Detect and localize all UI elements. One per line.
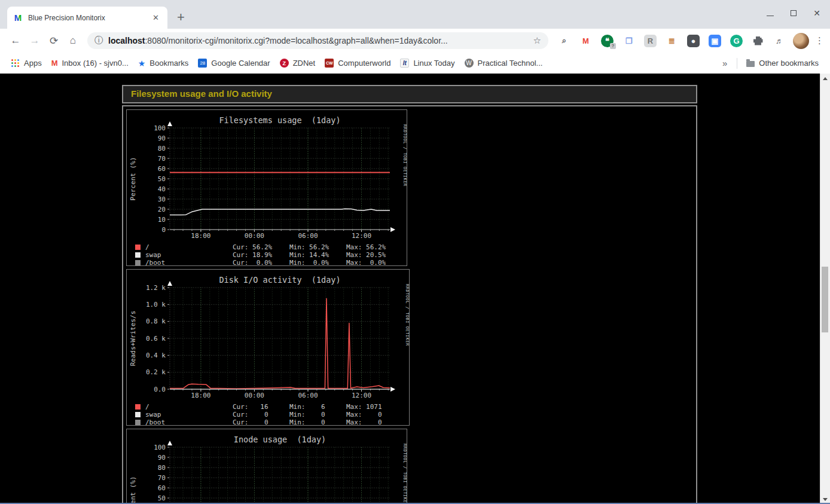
svg-text:18:00: 18:00 — [191, 232, 210, 240]
computerworld-icon: CW — [325, 59, 334, 68]
bookmark-practical-technol[interactable]: WPractical Technol... — [460, 57, 547, 69]
browser-window: M Blue Precision Monitorix ✕ + ✕ ← → ⟳ ⌂… — [0, 0, 830, 504]
star-icon: ★ — [138, 59, 146, 68]
svg-text:12:00: 12:00 — [352, 392, 371, 399]
svg-text:90: 90 — [158, 135, 166, 142]
legend-value: Min: 6 — [289, 403, 346, 411]
y-axis-label: Percent (%) — [129, 157, 137, 201]
bookmark-apps[interactable]: Apps — [7, 57, 46, 69]
bookmark-computerworld[interactable]: CWComputerworld — [321, 57, 395, 69]
svg-text:06:00: 06:00 — [298, 232, 318, 240]
close-button[interactable]: ✕ — [813, 10, 820, 17]
svg-text:50: 50 — [158, 494, 166, 502]
legend-value: Min: 14.4% — [289, 251, 346, 259]
svg-text:06:00: 06:00 — [298, 392, 318, 399]
home-button[interactable]: ⌂ — [63, 35, 83, 47]
y-axis-arrow — [167, 121, 172, 126]
legend-swatch — [135, 245, 141, 250]
extensions-row: ⌕M❝❐R≣●▣G♬ — [553, 35, 791, 47]
bookmark-inbox-16-sjvn0[interactable]: MInbox (16) - sjvn0... — [47, 57, 133, 69]
browser-menu-icon[interactable]: ⋮ — [815, 35, 824, 46]
window-controls: ✕ — [767, 10, 820, 17]
forward-button[interactable]: → — [25, 35, 44, 47]
address-bar[interactable]: ⓘ localhost:8080/monitorix-cgi/monitorix… — [87, 32, 548, 49]
playlist-music-icon[interactable]: ♬ — [773, 35, 786, 47]
section-filesystem: Filesystem usage and I/O activity 100908… — [122, 85, 697, 504]
svg-text:80: 80 — [158, 145, 166, 152]
tab-blue-precision-monitorix[interactable]: M Blue Precision Monitorix ✕ — [7, 7, 167, 29]
bookmark-label: Inbox (16) - sjvn0... — [62, 59, 128, 68]
url-rest: :8080/monitorix-cgi/monitorix.cgi?mode=l… — [145, 36, 447, 45]
bookmarks-overflow-chevron[interactable]: » — [718, 58, 732, 68]
legend-swatch — [135, 252, 141, 258]
legend-swatch — [135, 420, 141, 425]
svg-text:30: 30 — [158, 196, 166, 203]
bookmark-zdnet[interactable]: ZZDNet — [276, 57, 320, 69]
other-bookmarks-label: Other bookmarks — [759, 59, 819, 68]
bookmark-star-icon[interactable]: ☆ — [533, 35, 541, 46]
tab-strip: M Blue Precision Monitorix ✕ + ✕ — [0, 0, 830, 29]
scrollbar-thumb[interactable] — [822, 267, 828, 332]
tab-close-icon[interactable]: ✕ — [150, 13, 161, 22]
svg-text:40: 40 — [158, 185, 166, 193]
maximize-button[interactable] — [791, 10, 797, 16]
legend-row: swapCur: 18.9%Min: 14.4%Max: 20.5% — [127, 251, 407, 259]
legend-row: swapCur: 0Min: 0Max: 0 — [127, 411, 409, 419]
chart-title: Filesystems usage (1day) — [219, 115, 340, 125]
legend-value: Cur: 0 — [233, 411, 289, 419]
url-host: localhost — [108, 36, 145, 45]
chart-panel-disk-io-activity: 1.2 k1.0 k0.8 k0.6 k0.4 k0.2 k0.018:0000… — [126, 269, 410, 426]
other-bookmarks-button[interactable]: Other bookmarks — [742, 57, 823, 69]
bookmark-bookmarks[interactable]: ★Bookmarks — [134, 57, 193, 70]
reader-icon[interactable]: R — [644, 35, 657, 47]
bookmark-label: Google Calendar — [211, 59, 270, 68]
svg-text:12:00: 12:00 — [352, 232, 371, 240]
minimize-button[interactable] — [767, 16, 774, 16]
books-icon[interactable]: ≣ — [666, 35, 678, 47]
chart-title: Inode usage (1day) — [234, 435, 326, 444]
svg-text:60: 60 — [158, 165, 166, 173]
scrollbar-up-arrow[interactable] — [820, 74, 830, 83]
calendar-icon: 28 — [198, 59, 207, 68]
profile-avatar[interactable] — [793, 33, 809, 49]
bookmark-linux-today[interactable]: ltLinux Today — [396, 57, 459, 69]
search-icon[interactable]: ⌕ — [558, 35, 570, 47]
legend-value: Min: 0.0% — [289, 259, 346, 266]
copy-pages-icon[interactable]: ❐ — [622, 35, 635, 47]
new-tab-button[interactable]: + — [177, 11, 185, 23]
chart-legend: /Cur: 56.2%Min: 56.2%Max: 56.2%swapCur: … — [127, 243, 407, 266]
svg-text:100: 100 — [154, 124, 166, 132]
legend-value: Max: 0 — [346, 411, 403, 419]
grammarly-icon[interactable]: G — [730, 35, 743, 47]
svg-text:0.0: 0.0 — [154, 386, 166, 393]
vertical-scrollbar[interactable] — [820, 74, 830, 504]
lamp-icon[interactable]: ● — [687, 35, 700, 47]
zoom-camera-icon[interactable]: ▣ — [709, 35, 721, 47]
legend-value: Max: 0.0% — [346, 259, 403, 266]
svg-text:1.0 k: 1.0 k — [146, 301, 166, 308]
back-button[interactable]: ← — [6, 35, 25, 47]
chart-legend: /Cur: 16Min: 6Max: 1071swapCur: 0Min: 0M… — [127, 402, 409, 426]
section-title: Filesystem usage and I/O activity — [131, 88, 272, 99]
legend-value: Max: 20.5% — [346, 251, 403, 259]
y-axis-arrow — [167, 441, 172, 445]
linuxtoday-icon: lt — [400, 59, 409, 68]
rrdtool-watermark: RRDTOOL / TOBI OETIKER — [402, 444, 407, 504]
svg-text:10: 10 — [158, 216, 166, 224]
hangouts-icon[interactable]: ❝ — [601, 35, 614, 47]
bookmark-label: Practical Technol... — [478, 59, 543, 68]
legend-row: /Cur: 56.2%Min: 56.2%Max: 56.2% — [127, 243, 407, 251]
legend-swatch — [135, 404, 141, 410]
gmail-icon[interactable]: M — [579, 35, 592, 47]
legend-value: Max: 0 — [346, 419, 403, 426]
chart-svg-inode-usage: 100908070605040302010018:0000:0006:0012:… — [127, 429, 407, 504]
rrdtool-watermark: RRDTOOL / TOBI OETIKER — [402, 124, 407, 187]
extensions-puzzle-icon[interactable] — [752, 35, 764, 47]
reload-button[interactable]: ⟳ — [44, 35, 63, 47]
bookmark-google-calendar[interactable]: 28Google Calendar — [194, 57, 274, 69]
svg-text:20: 20 — [158, 206, 166, 213]
legend-value: Min: 56.2% — [289, 243, 346, 251]
page-info-icon[interactable]: ⓘ — [94, 35, 103, 46]
legend-swatch — [135, 412, 141, 417]
rrdtool-watermark: RRDTOOL / TOBI OETIKER — [405, 284, 410, 346]
